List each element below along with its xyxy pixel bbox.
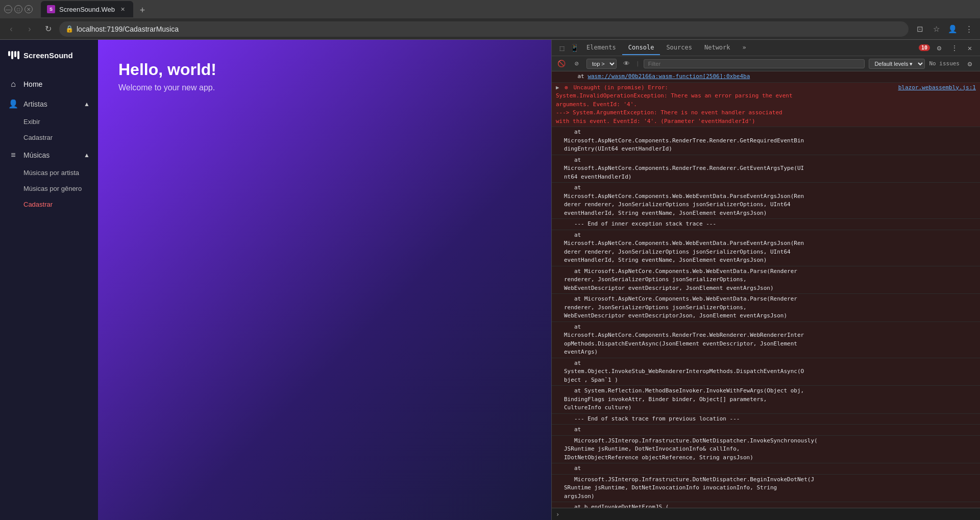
error-expand-arrow[interactable]: ▶ xyxy=(556,84,559,91)
error-main-text: Uncaught (in promise) Error: System.Inva… xyxy=(556,84,793,125)
console-entry-wasm-top: at wasm://wasm/00b2166a:wasm-function[25… xyxy=(552,71,980,83)
console-filter-input[interactable] xyxy=(644,59,865,68)
devtools-tabs: ⬚ 📱 Elements Console Sources Network » xyxy=(556,41,752,55)
browser-tab-active[interactable]: S ScreenSound.Web ✕ xyxy=(41,1,133,17)
console-entry-detail-6: at Microsoft.AspNetCore.Components.Web.W… xyxy=(552,266,980,294)
devtools-tab-console[interactable]: Console xyxy=(622,41,660,55)
secure-icon: 🔒 xyxy=(65,25,74,33)
sidebar-item-artistas-cadastrar[interactable]: Cadastrar xyxy=(0,130,98,145)
sidebar-item-musicas-cadastrar[interactable]: Cadastrar xyxy=(0,196,98,212)
console-entry-detail-8: at Microsoft.AspNetCore.Components.Rende… xyxy=(552,322,980,358)
console-entry-detail-11: --- End of stack trace from previous loc… xyxy=(552,414,980,425)
url-bar[interactable]: 🔒 localhost:7199/CadastrarMusica xyxy=(59,21,909,37)
blazor-link[interactable]: blazor.webassembly.js:1 xyxy=(898,84,976,91)
error-icon: ⊗ xyxy=(565,84,568,91)
console-prompt: › xyxy=(556,511,559,518)
page-body: Hello, world! Welcome to your new app. xyxy=(98,40,551,113)
wasm-link-top[interactable]: wasm://wasm/00b2166a:wasm-function[2506]… xyxy=(587,73,750,80)
maximize-button[interactable]: □ xyxy=(14,5,22,13)
artistas-icon: 👤 xyxy=(8,99,18,109)
context-selector[interactable]: top > xyxy=(586,59,617,69)
musicas-expand-icon: ▲ xyxy=(84,152,90,159)
minimize-button[interactable]: — xyxy=(4,5,12,13)
devtools-tab-elements[interactable]: Elements xyxy=(580,41,622,55)
console-filter-toggle[interactable]: ⊘ xyxy=(571,58,582,69)
devtools-settings-button[interactable]: ⚙ xyxy=(933,42,945,54)
console-entry-detail-5: at Microsoft.AspNetCore.Components.Web.W… xyxy=(552,230,980,266)
sidebar-item-musicas[interactable]: ≡ Músicas ▲ xyxy=(0,145,98,165)
log-level-selector[interactable]: Default levels ▾ xyxy=(869,59,925,69)
console-input[interactable] xyxy=(562,511,976,517)
sidebar-item-artistas-label: Artistas xyxy=(23,100,47,108)
console-entry-detail-2: at Microsoft.AspNetCore.Components.Rende… xyxy=(552,155,980,183)
console-entry-detail-3: at Microsoft.AspNetCore.Components.Web.W… xyxy=(552,183,980,219)
sidebar-item-artistas[interactable]: 👤 Artistas ▲ xyxy=(0,94,98,114)
close-button[interactable]: ✕ xyxy=(24,5,33,13)
devtools-tab-sources[interactable]: Sources xyxy=(660,41,698,55)
devtools-tab-network[interactable]: Network xyxy=(698,41,737,55)
devtools-toolbar-right: 10 ⚙ ⋮ ✕ xyxy=(919,42,976,54)
refresh-button[interactable]: ↻ xyxy=(41,22,55,36)
error-count-badge: 10 xyxy=(919,44,930,51)
console-entry-detail-14: at xyxy=(552,463,980,475)
artistas-expand-icon: ▲ xyxy=(84,101,90,108)
error-source-link[interactable]: blazor.webassembly.js:1 xyxy=(898,84,976,92)
logo-text: ScreenSound xyxy=(23,51,73,60)
address-bar: ‹ › ↻ 🔒 localhost:7199/CadastrarMusica ⊡… xyxy=(0,18,980,40)
console-entry-detail-10: at System.Reflection.MethodBaseInvoker.I… xyxy=(552,386,980,414)
devtools-tab-more[interactable]: » xyxy=(737,41,752,55)
back-button[interactable]: ‹ xyxy=(4,22,18,36)
sidebar-item-artistas-exibir[interactable]: Exibir xyxy=(0,114,98,130)
url-text: localhost:7199/CadastrarMusica xyxy=(77,25,902,33)
console-settings-button[interactable]: ⚙ xyxy=(964,58,976,70)
console-entry-detail-9: at System.Object.InvokeStub_WebRendererI… xyxy=(552,358,980,386)
sidebar-item-musicas-por-artista[interactable]: Músicas por artista xyxy=(0,165,98,181)
logo-bar-3 xyxy=(14,51,16,57)
sidebar-header: ScreenSound xyxy=(0,40,98,70)
devtools-toolbar: ⬚ 📱 Elements Console Sources Network » 1… xyxy=(552,40,980,56)
address-bar-actions: ⊡ ☆ 👤 ⋮ xyxy=(913,22,976,36)
console-entry-detail-1: at Microsoft.AspNetCore.Components.Rende… xyxy=(552,127,980,155)
console-entry-error-main: ▶ ⊗ blazor.webassembly.js:1 Uncaught (in… xyxy=(552,83,980,128)
devtools-panel: ⬚ 📱 Elements Console Sources Network » 1… xyxy=(551,40,980,520)
logo-bar-1 xyxy=(8,51,10,56)
profile-button[interactable]: 👤 xyxy=(945,22,960,36)
bookmark-button[interactable]: ☆ xyxy=(929,22,943,36)
cast-button[interactable]: ⊡ xyxy=(913,22,927,36)
console-entry-detail-12: at xyxy=(552,425,980,436)
logo-icon xyxy=(8,51,19,59)
home-icon: ⌂ xyxy=(8,80,18,89)
sidebar-item-musicas-por-genero[interactable]: Músicas por gênero xyxy=(0,181,98,196)
console-entry-detail-16: at b.endInvokeDotNetFromJS ( xyxy=(552,502,980,508)
app-sidebar: ScreenSound ⌂ Home 👤 Artistas ▲ Exibir C… xyxy=(0,40,98,520)
devtools-close-button[interactable]: ✕ xyxy=(964,42,976,54)
forward-button[interactable]: › xyxy=(22,22,37,36)
menu-button[interactable]: ⋮ xyxy=(962,22,976,36)
devtools-inspect-button[interactable]: ⬚ xyxy=(556,42,568,54)
console-input-bar: › xyxy=(552,508,980,520)
browser-window: — □ ✕ S ScreenSound.Web ✕ + ‹ › ↻ 🔒 loca… xyxy=(0,0,980,520)
musicas-icon: ≡ xyxy=(8,151,18,160)
logo-bar-4 xyxy=(17,51,19,59)
console-eye-button[interactable]: 👁 xyxy=(621,58,632,69)
sidebar-item-home[interactable]: ⌂ Home xyxy=(0,75,98,94)
tab-close-button[interactable]: ✕ xyxy=(119,5,127,13)
tab-favicon-letter: S xyxy=(50,7,53,12)
sidebar-nav: ⌂ Home 👤 Artistas ▲ Exibir Cadastrar ≡ M… xyxy=(0,70,98,520)
tab-title: ScreenSound.Web xyxy=(59,6,115,13)
sidebar-item-musicas-label: Músicas xyxy=(23,151,50,159)
page-title: Hello, world! xyxy=(118,60,531,79)
page-content: Hello, world! Welcome to your new app. xyxy=(98,40,551,520)
logo-bar-2 xyxy=(11,51,13,59)
console-entry-detail-4: --- End of inner exception stack trace -… xyxy=(552,219,980,230)
console-entry-detail-7: at Microsoft.AspNetCore.Components.Web.W… xyxy=(552,294,980,322)
devtools-device-button[interactable]: 📱 xyxy=(568,42,580,54)
no-issues-badge: No issues xyxy=(929,60,960,67)
new-tab-button[interactable]: + xyxy=(135,3,150,17)
title-bar: — □ ✕ S ScreenSound.Web ✕ + xyxy=(0,0,980,18)
console-clear-button[interactable]: 🚫 xyxy=(556,58,567,69)
devtools-more-button[interactable]: ⋮ xyxy=(948,42,961,54)
console-output[interactable]: at wasm://wasm/00b2166a:wasm-function[25… xyxy=(552,71,980,508)
window-controls: — □ ✕ xyxy=(4,5,33,13)
tab-favicon: S xyxy=(47,5,55,13)
